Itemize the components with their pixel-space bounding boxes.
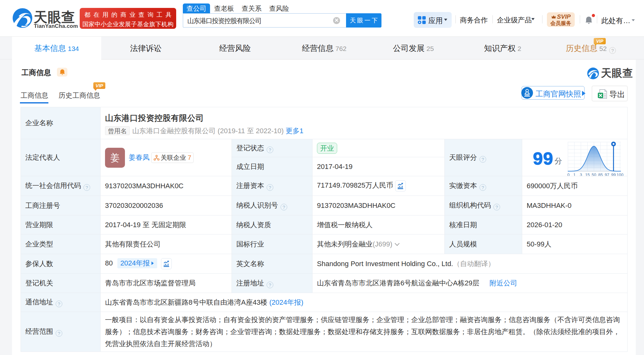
svg-text:1: 1 [573,172,575,176]
svg-text:100: 100 [616,172,623,176]
svg-text:50: 50 [592,172,596,176]
svg-text:3: 3 [580,172,582,176]
svg-text:99: 99 [611,172,616,176]
svg-text:97: 97 [605,172,609,176]
svg-text:85: 85 [598,172,603,176]
svg-text:15: 15 [585,172,590,176]
svg-text:0: 0 [567,172,569,176]
